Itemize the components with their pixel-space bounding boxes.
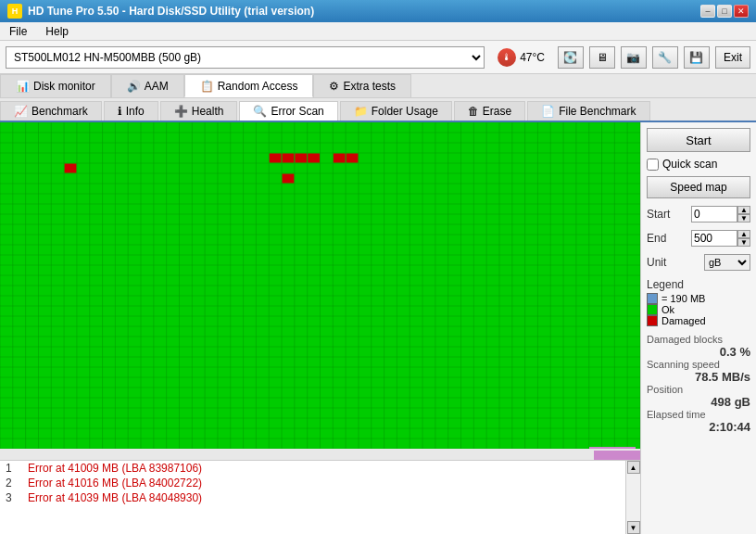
legend-ok: Ok bbox=[647, 304, 750, 315]
end-label: End bbox=[647, 232, 666, 245]
tabs-row2: 📈 Benchmark ℹ Info ➕ Health 🔍 Error Scan… bbox=[0, 98, 756, 122]
end-input[interactable] bbox=[691, 230, 737, 247]
stats-section: Damaged blocks 0.3 % Scanning speed 78.5… bbox=[647, 334, 750, 434]
maximize-button[interactable]: □ bbox=[717, 5, 732, 18]
damaged-blocks-value: 0.3 % bbox=[647, 345, 750, 359]
damaged-label: Damaged bbox=[662, 315, 706, 326]
minimize-button[interactable]: – bbox=[700, 5, 715, 18]
start-down-btn[interactable]: ▼ bbox=[737, 214, 750, 222]
position-label: Position bbox=[647, 384, 750, 395]
legend-damaged: Damaged bbox=[647, 315, 750, 326]
temperature-display: 🌡 47°C bbox=[490, 46, 552, 69]
quick-scan-label: Quick scan bbox=[662, 158, 717, 171]
disk-monitor-icon: 📊 bbox=[16, 80, 30, 93]
info-icon: ℹ bbox=[118, 105, 122, 118]
tab-info[interactable]: ℹ Info bbox=[104, 101, 158, 121]
aam-icon: 🔊 bbox=[127, 80, 141, 93]
speed-map-button[interactable]: Speed map bbox=[647, 176, 750, 198]
thermometer-icon: 🌡 bbox=[498, 48, 516, 67]
block-size-label: = 190 MB bbox=[662, 293, 705, 304]
exit-button[interactable]: Exit bbox=[715, 46, 750, 69]
scan-canvas bbox=[0, 122, 640, 449]
end-up-btn[interactable]: ▲ bbox=[737, 230, 750, 238]
quick-scan-checkbox[interactable] bbox=[647, 159, 659, 171]
menu-help[interactable]: Help bbox=[40, 24, 74, 39]
quick-scan-row: Quick scan bbox=[647, 156, 750, 172]
scroll-down-arrow[interactable]: ▼ bbox=[627, 521, 640, 534]
error-scan-icon: 🔍 bbox=[253, 105, 267, 118]
ok-label: Ok bbox=[662, 304, 674, 315]
window-title: HD Tune Pro 5.50 - Hard Disk/SSD Utility… bbox=[28, 5, 314, 18]
title-bar-left: H HD Tune Pro 5.50 - Hard Disk/SSD Utili… bbox=[7, 4, 314, 19]
save-icon-btn[interactable]: 💾 bbox=[684, 46, 710, 69]
camera-icon-btn[interactable]: 📷 bbox=[621, 46, 647, 69]
right-panel: Start Quick scan Speed map Start ▲ ▼ End bbox=[640, 122, 756, 534]
legend-section: Legend = 190 MB Ok Damaged bbox=[647, 278, 750, 326]
app-icon: H bbox=[7, 4, 22, 19]
grid-footer bbox=[0, 449, 640, 460]
damaged-blocks-label: Damaged blocks bbox=[647, 334, 750, 345]
table-row: 2 Error at 41016 MB (LBA 84002722) bbox=[0, 476, 625, 490]
unit-label: Unit bbox=[647, 256, 666, 269]
title-bar: H HD Tune Pro 5.50 - Hard Disk/SSD Utili… bbox=[0, 0, 756, 22]
tab-error-scan[interactable]: 🔍 Error Scan bbox=[239, 101, 337, 121]
table-row: 1 Error at 41009 MB (LBA 83987106) bbox=[0, 461, 625, 476]
error-log: 1 Error at 41009 MB (LBA 83987106) 2 Err… bbox=[0, 460, 640, 534]
start-value-box: ▲ ▼ bbox=[691, 206, 750, 222]
tab-random-access[interactable]: 📋 Random Access bbox=[184, 74, 314, 97]
damaged-icon bbox=[647, 315, 658, 326]
menu-bar: File Help bbox=[0, 22, 756, 41]
start-up-btn[interactable]: ▲ bbox=[737, 206, 750, 214]
scan-panel: 1 Error at 41009 MB (LBA 83987106) 2 Err… bbox=[0, 122, 640, 534]
elapsed-time-label: Elapsed time bbox=[647, 409, 750, 420]
block-size-icon bbox=[647, 293, 658, 304]
drive-selector[interactable]: ST500LM012 HN-M500MBB (500 gB) bbox=[6, 46, 485, 69]
benchmark-icon: 📈 bbox=[14, 105, 28, 118]
scanning-speed-label: Scanning speed bbox=[647, 359, 750, 370]
erase-icon: 🗑 bbox=[468, 105, 479, 118]
window-controls: – □ ✕ bbox=[700, 5, 749, 18]
end-spinners: ▲ ▼ bbox=[737, 230, 750, 247]
scroll-up-arrow[interactable]: ▲ bbox=[627, 461, 640, 474]
menu-file[interactable]: File bbox=[4, 24, 32, 39]
ok-icon bbox=[647, 304, 658, 315]
start-button[interactable]: Start bbox=[647, 128, 750, 152]
tab-erase[interactable]: 🗑 Erase bbox=[454, 101, 525, 121]
error-scrollbar: ▲ ▼ bbox=[625, 461, 640, 534]
scroll-track[interactable] bbox=[626, 474, 640, 521]
error-list: 1 Error at 41009 MB (LBA 83987106) 2 Err… bbox=[0, 461, 625, 534]
unit-selector[interactable]: gB MB bbox=[704, 254, 750, 271]
close-button[interactable]: ✕ bbox=[734, 5, 749, 18]
start-input[interactable] bbox=[691, 206, 737, 222]
health-icon: ➕ bbox=[174, 105, 188, 118]
end-param-row: End ▲ ▼ bbox=[647, 230, 750, 247]
error-scan-grid bbox=[0, 122, 640, 449]
settings-icon-btn[interactable]: 🔧 bbox=[652, 46, 678, 69]
toolbar: ST500LM012 HN-M500MBB (500 gB) 🌡 47°C 💽 … bbox=[0, 41, 756, 74]
elapsed-time-value: 2:10:44 bbox=[647, 420, 750, 434]
tab-folder-usage[interactable]: 📁 Folder Usage bbox=[340, 101, 452, 121]
tab-disk-monitor[interactable]: 📊 Disk monitor bbox=[0, 74, 111, 97]
tab-aam[interactable]: 🔊 AAM bbox=[111, 74, 184, 97]
tab-extra-tests[interactable]: ⚙ Extra tests bbox=[313, 74, 411, 97]
start-label: Start bbox=[647, 208, 670, 221]
hdd-icon-btn[interactable]: 🖥 bbox=[589, 46, 615, 69]
main-content: 1 Error at 41009 MB (LBA 83987106) 2 Err… bbox=[0, 122, 756, 534]
position-value: 498 gB bbox=[647, 395, 750, 409]
unit-param-row: Unit gB MB bbox=[647, 254, 750, 271]
legend-block-size: = 190 MB bbox=[647, 293, 750, 304]
position-indicator bbox=[594, 451, 640, 460]
end-value-box: ▲ ▼ bbox=[691, 230, 750, 247]
tab-health[interactable]: ➕ Health bbox=[160, 101, 238, 121]
tab-file-benchmark[interactable]: 📄 File Benchmark bbox=[527, 101, 649, 121]
start-spinners: ▲ ▼ bbox=[737, 206, 750, 222]
random-access-icon: 📋 bbox=[200, 80, 214, 93]
scanning-speed-value: 78.5 MB/s bbox=[647, 370, 750, 384]
end-down-btn[interactable]: ▼ bbox=[737, 238, 750, 247]
file-benchmark-icon: 📄 bbox=[541, 105, 555, 118]
temperature-value: 47°C bbox=[520, 51, 545, 64]
folder-icon: 📁 bbox=[354, 105, 368, 118]
info-icon-btn[interactable]: 💽 bbox=[558, 46, 584, 69]
tab-benchmark[interactable]: 📈 Benchmark bbox=[0, 101, 102, 121]
table-row: 3 Error at 41039 MB (LBA 84048930) bbox=[0, 490, 625, 505]
